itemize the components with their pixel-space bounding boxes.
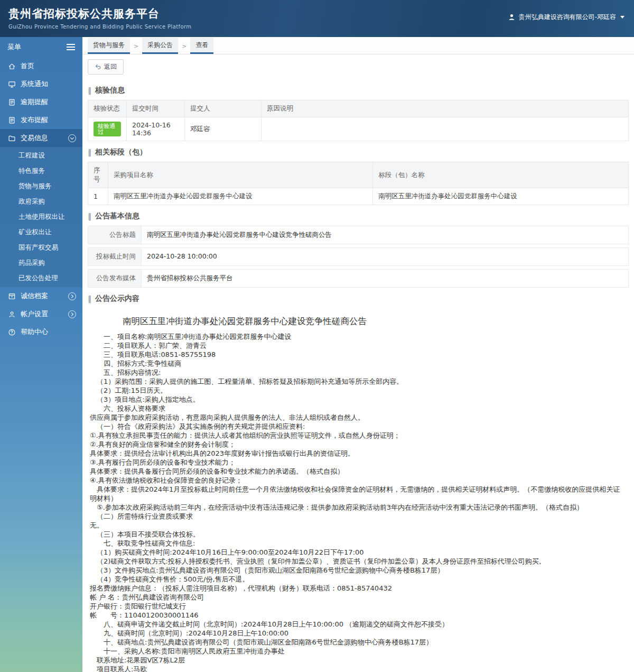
notice-section: ‖ 公告公示内容 南明区五里冲街道办事处沁园党群服务中心建设竞争性磋商公告 一、… — [88, 294, 629, 672]
notice-content: 南明区五里冲街道办事处沁园党群服务中心建设竞争性磋商公告 一、项目名称:南明区五… — [88, 308, 629, 672]
content-paragraph: 十、磋商地点:贵州弘典建设咨询有限公司（贵阳市观山湖区金阳南路6号世纪金源购物中… — [90, 638, 627, 647]
info-row-title: 公告标题 南明区五里冲街道办事处沁园党群服务中心建设竞争性磋商公告 — [88, 226, 629, 244]
content-paragraph: （3）文件购买地点:贵州弘典建设咨询有限公司（贵阳市观山湖区金阳南路6号世纪金源… — [90, 566, 627, 575]
content-paragraph: 六、投标人资格要求 — [90, 404, 627, 413]
subitem-label: 国有产权交易 — [18, 243, 58, 252]
basic-info-section: ‖ 公告基本信息 公告标题 南明区五里冲街道办事处沁园党群服务中心建设竞争性磋商… — [88, 211, 629, 288]
notice-title: 南明区五里冲街道办事处沁园党群服务中心建设竞争性磋商公告 — [123, 316, 627, 327]
breadcrumb: 货物与服务 > 采购公告 > 查看 — [82, 37, 634, 54]
content-paragraph: 帐 户 名：贵州弘典建设咨询有限公司 — [90, 593, 627, 602]
content-paragraph: 二、项目联系人：郭广荣、游青云 — [90, 342, 627, 351]
content-paragraph: 项目联系人:马欧 — [90, 665, 627, 672]
content-paragraph: 具体要求：提供2024年1月至投标截止时间前任意一个月依法缴纳税收和社会保障资金… — [90, 485, 627, 503]
field-value: 贵州省招标投标公共服务平台 — [142, 269, 629, 288]
question-icon — [8, 328, 16, 336]
sidebar-item-publish-reminder[interactable]: 发布提醒 — [0, 111, 82, 129]
table-header-row: 核验状态 提交时间 提交人 原因说明 — [88, 100, 629, 117]
sidebar-subitem-featured-services[interactable]: 特色服务 — [0, 163, 82, 179]
user-name: 贵州弘典建设咨询有限公司-邓廷容 — [519, 13, 616, 22]
sidebar-item-integrity-archive[interactable]: 诚信档案 — [0, 287, 82, 305]
section-title-mark-icon: ‖ — [88, 294, 91, 303]
back-button[interactable]: 返回 — [88, 59, 124, 75]
hamburger-icon[interactable] — [67, 44, 75, 50]
breadcrumb-separator: > — [134, 43, 138, 54]
content-paragraph: ⑤.参加本次政府采购活动前三年内，在经营活动中没有违法违规记录：提供参加政府采购… — [90, 503, 627, 512]
field-label: 投标截止时间 — [88, 247, 142, 266]
content-paragraph: （1）采购范围：采购人提供的施工图、工程量清单、招标答疑及招标期间补充通知等所示… — [90, 378, 627, 386]
column-header: 提交人 — [185, 100, 262, 117]
home-icon — [8, 62, 16, 70]
subitem-label: 已发公告处理 — [18, 274, 58, 283]
sidebar-item-label: 诚信档案 — [21, 291, 48, 301]
content-paragraph: 一、项目名称:南明区五里冲街道办事处沁园党群服务中心建设 — [90, 333, 627, 342]
breadcrumb-item-view[interactable]: 查看 — [190, 38, 213, 54]
section-title: ‖ 公告基本信息 — [88, 211, 629, 221]
content-paragraph: 四、招标方式:竞争性磋商 — [90, 360, 627, 369]
verification-person-cell: 邓廷容 — [185, 117, 262, 141]
sidebar-subitem-state-property[interactable]: 国有产权交易 — [0, 240, 82, 255]
content-paragraph: （2)磋商文件获取方式:投标人持授权委托书、营业执照（复印件加盖公章）、资质证书… — [90, 557, 627, 566]
sidebar-item-help-center[interactable]: 帮助中心 — [0, 323, 82, 341]
section-title-text: 公告公示内容 — [95, 294, 139, 303]
sidebar-item-label: 逾期提醒 — [21, 97, 48, 107]
content-paragraph: 七、获取竞争性磋商文件信息: — [90, 539, 627, 548]
info-row-media: 公告发布媒体 贵州省招标投标公共服务平台 — [88, 269, 629, 288]
subitem-label: 工程建设 — [18, 151, 45, 160]
subitem-label: 土地使用权出让 — [18, 213, 65, 222]
content-paragraph: 具体要求：提供具备履行合同所必须的设备和专业技术能力的承诺函。（格式自拟） — [90, 467, 627, 476]
user-menu[interactable]: 贵州弘典建设咨询有限公司-邓廷容 — [508, 13, 624, 22]
content-paragraph: 无。 — [90, 521, 627, 530]
sidebar-subitem-mining-rights[interactable]: 矿业权出让 — [0, 225, 82, 240]
monitor-icon — [8, 80, 16, 88]
sidebar-item-home[interactable]: 首页 — [0, 57, 82, 75]
table-row: 核验通过 2024-10-16 14:36 邓廷容 — [88, 117, 629, 141]
transaction-submenu: 工程建设 特色服务 货物与服务 政府采购 土地使用权出让 矿业权出让 国有产权交… — [0, 147, 82, 287]
section-title: ‖ 公告公示内容 — [88, 294, 629, 303]
subitem-label: 矿业权出让 — [18, 228, 52, 237]
sidebar-subitem-engineering[interactable]: 工程建设 — [0, 148, 82, 163]
notice-body: 一、项目名称:南明区五里冲街道办事处沁园党群服务中心建设 二、项目联系人：郭广荣… — [90, 333, 627, 672]
breadcrumb-item-goods-services[interactable]: 货物与服务 — [88, 38, 130, 54]
sidebar-subitem-gov-procurement[interactable]: 政府采购 — [0, 194, 82, 209]
breadcrumb-separator: > — [182, 43, 187, 54]
package-project-cell: 南明区五里冲街道办事处沁园党群服务中心建设 — [108, 188, 373, 205]
content-paragraph: ②.具有良好的商业信誉和健全的财务会计制度； — [90, 440, 627, 449]
sidebar-subitem-drug-procurement[interactable]: 药品采购 — [0, 255, 82, 271]
archive-icon — [8, 292, 16, 300]
person-icon — [8, 310, 16, 318]
package-name-cell: 南明区五里冲街道办事处沁园党群服务中心建设 — [373, 188, 629, 205]
content-paragraph: （2）工期:15日历天。 — [90, 386, 627, 395]
verification-status-cell: 核验通过 — [88, 117, 127, 141]
column-header: 提交时间 — [127, 100, 185, 117]
sidebar-item-transaction-info[interactable]: 交易信息 — [0, 129, 82, 147]
content-paragraph: （3）项目地点:采购人指定地点。 — [90, 395, 627, 404]
field-value: 2024-10-28 10:00:00 — [142, 247, 629, 266]
document-icon — [8, 116, 16, 124]
sidebar-item-overdue-reminder[interactable]: 逾期提醒 — [0, 93, 82, 111]
packages-section: ‖ 相关标段（包） 序号 采购项目名称 标段（包）名称 1 南明区五里冲街道办事… — [88, 148, 629, 205]
content-paragraph: ④.具有依法缴纳税收和社会保障资金的良好记录； — [90, 476, 627, 485]
sidebar-item-label: 帐户设置 — [21, 309, 48, 319]
sidebar-subitem-land-use-rights[interactable]: 土地使用权出让 — [0, 209, 82, 225]
sidebar: 菜单 首页 系统通知 逾期提醒 发布提醒 交易信息 工程建设 特色服务 货物与服… — [0, 37, 82, 672]
packages-table: 序号 采购项目名称 标段（包）名称 1 南明区五里冲街道办事处沁园党群服务中心建… — [88, 162, 629, 205]
content-paragraph: 八、磋商申请文件递交截止时间（北京时间）:2024年10月28日上午10:00:… — [90, 620, 627, 629]
sidebar-item-label: 系统通知 — [21, 79, 48, 89]
breadcrumb-item-procurement-announcement[interactable]: 采购公告 — [142, 38, 178, 54]
content-paragraph: 报名费缴纳账户信息：（投标人需注明项目名称），代理机构（财务）联系电话：0851… — [90, 584, 627, 593]
sidebar-item-system-notice[interactable]: 系统通知 — [0, 75, 82, 93]
chevron-right-icon — [68, 310, 76, 318]
content-paragraph: （1）购买磋商文件时间:2024年10月16日上午9:00:00至2024年10… — [90, 548, 627, 557]
content-paragraph: ①.具有独立承担民事责任的能力：提供法人或者其他组织的营业执照等证明文件，或自然… — [90, 431, 627, 440]
toolbar: 返回 — [82, 54, 634, 79]
sidebar-subitem-goods-services[interactable]: 货物与服务 — [0, 179, 82, 194]
content-paragraph: （三）本项目不接受联合体投标。 — [90, 530, 627, 539]
verification-reason-cell — [262, 117, 629, 141]
menu-label: 菜单 — [7, 42, 21, 52]
subitem-label: 药品采购 — [18, 259, 45, 268]
sidebar-item-label: 首页 — [21, 61, 34, 71]
sidebar-subitem-published-announcements[interactable]: 已发公告处理 — [0, 271, 82, 286]
sidebar-item-account-settings[interactable]: 帐户设置 — [0, 305, 82, 323]
section-title: ‖ 相关标段（包） — [88, 148, 629, 157]
document-icon — [8, 98, 16, 106]
